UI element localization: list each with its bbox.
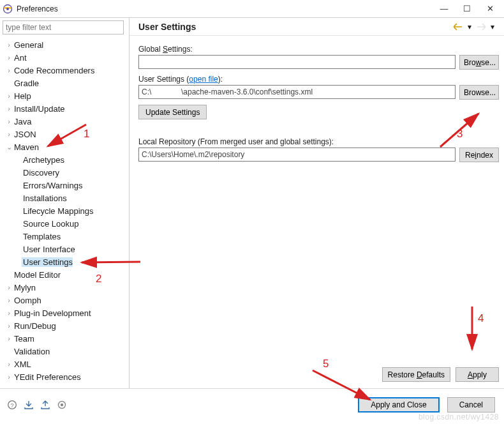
update-settings-button[interactable]: Update Settings (138, 105, 207, 119)
reindex-button[interactable]: Reindex (459, 148, 499, 162)
tree-item-label: Templates (22, 232, 61, 241)
page-header: User Settings ▾ ▾ (130, 18, 504, 36)
tree-item-user-interface[interactable]: User Interface (3, 243, 129, 255)
tree-item-label: Installations (22, 193, 67, 203)
help-icon[interactable]: ? (6, 399, 18, 411)
browse-user-button[interactable]: Browse... (459, 85, 499, 100)
import-icon[interactable] (23, 399, 34, 411)
forward-menu-icon[interactable]: ▾ (487, 22, 498, 32)
expand-icon[interactable]: › (5, 296, 13, 304)
tree-item-label: Errors/Warnings (22, 181, 82, 190)
tree-item-install-update[interactable]: ›Install/Update (3, 102, 129, 115)
tree-item-label: Code Recommenders (13, 66, 94, 75)
page-content: Global Settings: Browse... User Settings… (130, 36, 504, 388)
tree-item-plug-in-development[interactable]: ›Plug-in Development (3, 307, 129, 319)
user-settings-input[interactable] (138, 85, 456, 99)
apply-button[interactable]: Apply (456, 367, 499, 382)
expand-icon[interactable]: › (5, 335, 13, 342)
global-settings-input[interactable] (138, 55, 456, 69)
tree-item-label: Maven (13, 142, 39, 152)
tree-item-label: YEdit Preferences (13, 372, 81, 382)
browse-global-button[interactable]: Browse... (459, 55, 499, 70)
svg-point-5 (61, 403, 63, 405)
open-file-link[interactable]: open file (189, 75, 218, 84)
apply-and-close-button[interactable]: Apply and Close (358, 397, 439, 413)
tree-item-code-recommenders[interactable]: ›Code Recommenders (3, 64, 129, 77)
tree-item-templates[interactable]: Templates (3, 230, 129, 243)
user-settings-label: User Settings (open file): (138, 75, 499, 84)
preferences-tree[interactable]: ›General›Ant›Code RecommendersGradle›Hel… (3, 37, 129, 386)
tree-item-label: Archetypes (22, 155, 64, 165)
tree-item-label: Ant (13, 53, 27, 63)
expand-icon[interactable]: › (5, 92, 13, 100)
close-button[interactable]: ✕ (478, 1, 501, 17)
tree-item-label: Install/Update (13, 104, 65, 114)
export-icon[interactable] (40, 399, 51, 411)
cancel-button[interactable]: Cancel (447, 397, 495, 413)
tree-item-label: Source Lookup (22, 219, 78, 229)
forward-icon (476, 22, 486, 32)
expand-icon[interactable]: › (5, 105, 13, 112)
expand-icon[interactable]: › (5, 309, 13, 317)
tree-item-java[interactable]: ›Java (3, 115, 129, 128)
tree-item-label: Discovery (22, 168, 59, 178)
tree-item-team[interactable]: ›Team (3, 332, 129, 345)
tree-item-model-editor[interactable]: Model Editor (3, 268, 129, 281)
sidebar: ›General›Ant›Code RecommendersGradle›Hel… (0, 18, 129, 388)
tree-item-label: XML (13, 360, 31, 369)
expand-icon[interactable]: › (5, 54, 13, 61)
tree-item-label: Oomph (13, 296, 41, 305)
tree-item-label: Model Editor (13, 270, 61, 280)
expand-icon[interactable]: › (5, 373, 13, 381)
restore-defaults-button[interactable]: Restore Defaults (382, 367, 450, 382)
tree-item-label: Lifecycle Mappings (22, 206, 94, 216)
minimize-button[interactable]: — (433, 1, 456, 17)
app-icon (3, 4, 13, 14)
tree-item-json[interactable]: ›JSON (3, 128, 129, 140)
main-split: ›General›Ant›Code RecommendersGradle›Hel… (0, 18, 504, 388)
tree-item-label: Mylyn (13, 283, 36, 292)
tree-item-yedit-preferences[interactable]: ›YEdit Preferences (3, 370, 129, 383)
expand-icon[interactable]: › (5, 360, 13, 368)
tree-item-source-lookup[interactable]: Source Lookup (3, 217, 129, 230)
tree-item-discovery[interactable]: Discovery (3, 166, 129, 179)
page-panel: User Settings ▾ ▾ Global Settings: Brows… (130, 18, 504, 388)
tree-item-mylyn[interactable]: ›Mylyn (3, 281, 129, 294)
window-title: Preferences (17, 4, 433, 13)
tree-item-label: General (13, 40, 43, 50)
filter-input[interactable] (3, 20, 124, 34)
tree-item-general[interactable]: ›General (3, 38, 129, 51)
expand-icon[interactable]: › (5, 117, 13, 125)
tree-item-run-debug[interactable]: ›Run/Debug (3, 319, 129, 332)
oomph-icon[interactable] (56, 399, 68, 411)
back-icon[interactable] (453, 22, 463, 32)
global-settings-label: Global Settings: (138, 45, 499, 54)
tree-item-help[interactable]: ›Help (3, 89, 129, 102)
tree-item-label: Help (13, 91, 31, 101)
tree-item-xml[interactable]: ›XML (3, 358, 129, 370)
tree-item-ant[interactable]: ›Ant (3, 51, 129, 64)
tree-item-user-settings[interactable]: User Settings (3, 255, 129, 268)
expand-icon[interactable]: › (5, 41, 13, 49)
tree-item-lifecycle-mappings[interactable]: Lifecycle Mappings (3, 204, 129, 217)
expand-icon[interactable]: › (5, 66, 13, 74)
expand-icon[interactable]: ⌄ (5, 143, 13, 151)
expand-icon[interactable]: › (5, 130, 13, 138)
tree-item-maven[interactable]: ⌄Maven (3, 140, 129, 153)
tree-item-gradle[interactable]: Gradle (3, 77, 129, 89)
svg-text:?: ? (10, 402, 13, 408)
tree-item-archetypes[interactable]: Archetypes (3, 153, 129, 166)
tree-item-errors-warnings[interactable]: Errors/Warnings (3, 179, 129, 192)
watermark: blog.csdn.net/wy1428 (419, 413, 499, 421)
local-repo-input[interactable] (138, 148, 456, 162)
tree-item-label: Run/Debug (13, 321, 56, 331)
tree-item-validation[interactable]: Validation (3, 345, 129, 358)
expand-icon[interactable]: › (5, 322, 13, 329)
tree-item-label: Java (13, 117, 31, 126)
back-menu-icon[interactable]: ▾ (464, 22, 475, 32)
tree-item-installations[interactable]: Installations (3, 192, 129, 204)
tree-item-label: Gradle (13, 79, 39, 88)
expand-icon[interactable]: › (5, 284, 13, 291)
tree-item-oomph[interactable]: ›Oomph (3, 294, 129, 307)
maximize-button[interactable]: ☐ (456, 1, 478, 17)
